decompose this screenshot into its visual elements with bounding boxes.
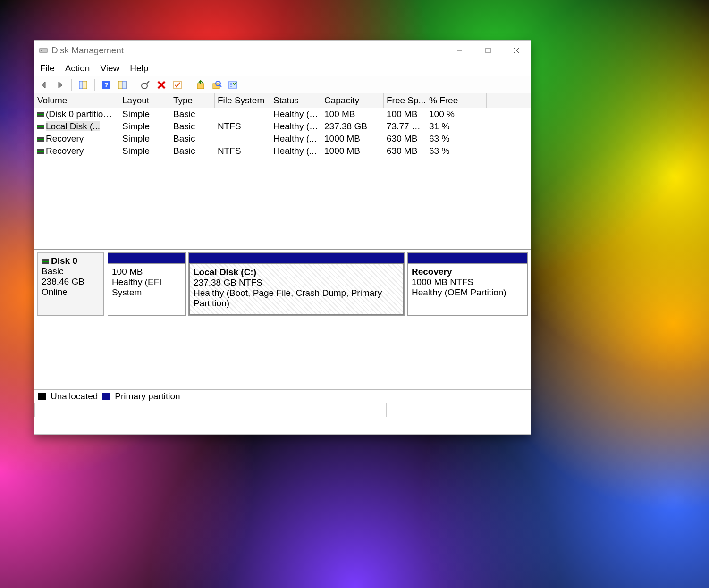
col-layout[interactable]: Layout [119,93,170,108]
menubar: File Action View Help [34,60,531,76]
disk-empty-area [34,319,531,389]
legend-label-unallocated: Unallocated [51,391,98,402]
disk-management-icon [39,46,48,55]
col-capacity[interactable]: Capacity [321,93,384,108]
titlebar[interactable]: Disk Management [34,41,531,60]
disk-management-window: Disk Management File Action View Help ? [34,40,531,435]
search-icon[interactable] [210,78,223,92]
volume-list-header[interactable]: Volume Layout Type File System Status Ca… [34,93,531,108]
window-title: Disk Management [51,45,446,56]
statusbar [34,403,531,417]
menu-help[interactable]: Help [130,63,148,74]
svg-rect-11 [123,81,126,89]
legend-label-primary: Primary partition [115,391,180,402]
svg-rect-7 [79,81,82,89]
volume-name: Local Disk (... [46,121,100,131]
menu-view[interactable]: View [100,63,119,74]
volume-name: (Disk 0 partition 1) [46,109,118,119]
partition-size: 237.38 GB NTFS [194,277,399,288]
partition-size: 100 MB [112,267,181,277]
svg-text:?: ? [104,81,109,89]
window-controls [446,41,531,60]
disk-type: Basic [42,266,99,277]
volume-name: Recovery [46,146,84,156]
svg-rect-29 [37,151,44,152]
disk-info-panel[interactable]: Disk 0 Basic 238.46 GB Online [37,252,104,316]
svg-line-20 [219,85,221,87]
col-pctfree[interactable]: % Free [426,93,487,108]
svg-point-12 [142,83,147,89]
disk-graphical-view: Disk 0 Basic 238.46 GB Online 100 MB Hea… [34,249,531,389]
partition-title: Local Disk (C:) [194,267,399,277]
volume-list: Volume Layout Type File System Status Ca… [34,93,531,249]
help-icon[interactable]: ? [100,78,113,92]
minimize-button[interactable] [446,41,474,60]
properties-icon[interactable] [116,78,129,92]
partition-status: Healthy (EFI System [112,277,181,298]
partition-c[interactable]: Local Disk (C:) 237.38 GB NTFS Healthy (… [188,252,405,316]
legend-swatch-primary [102,393,110,400]
col-type[interactable]: Type [170,93,215,108]
table-row[interactable]: (Disk 0 partition 1) Simple Basic Health… [34,108,531,120]
volume-list-body[interactable]: (Disk 0 partition 1) Simple Basic Health… [34,108,531,249]
back-icon[interactable] [37,78,51,92]
statusbar-pane [34,403,386,417]
statusbar-pane [386,403,474,417]
svg-rect-1 [41,50,42,51]
show-hide-console-tree-icon[interactable] [76,78,90,92]
partition-recovery[interactable]: Recovery 1000 MB NTFS Healthy (OEM Parti… [407,252,528,316]
partition-efi[interactable]: 100 MB Healthy (EFI System [108,252,186,316]
volume-name: Recovery [46,134,84,143]
checklist-icon[interactable] [171,78,184,92]
svg-rect-3 [486,48,490,53]
svg-rect-27 [37,139,44,140]
disk-row: Disk 0 Basic 238.46 GB Online 100 MB Hea… [34,250,531,319]
table-row[interactable]: Local Disk (... Simple Basic NTFS Health… [34,120,531,133]
legend: Unallocated Primary partition [34,389,531,403]
maximize-button[interactable] [474,41,502,60]
partition-color-bar [408,253,527,263]
partition-status: Healthy (Boot, Page File, Crash Dump, Pr… [194,288,399,309]
settings-icon[interactable] [226,78,239,92]
disk-status: Online [42,287,99,297]
svg-rect-31 [42,261,49,262]
partition-color-bar [189,253,404,263]
disk-size: 238.46 GB [42,277,99,287]
delete-icon[interactable] [155,78,168,92]
partition-status: Healthy (OEM Partition) [412,287,523,298]
disk-name: Disk 0 [51,256,77,266]
svg-rect-25 [37,126,44,127]
col-status[interactable]: Status [270,93,321,108]
refresh-icon[interactable] [139,78,152,92]
col-filesystem[interactable]: File System [215,93,270,108]
svg-rect-23 [37,114,44,115]
close-button[interactable] [502,41,531,60]
statusbar-pane [474,403,531,417]
toolbar: ? [34,76,531,93]
menu-file[interactable]: File [40,63,55,74]
forward-icon[interactable] [53,78,67,92]
table-row[interactable]: Recovery Simple Basic Healthy (... 1000 … [34,133,531,145]
col-volume[interactable]: Volume [34,93,119,108]
svg-line-13 [147,81,149,84]
new-icon[interactable] [194,78,207,92]
partition-title: Recovery [412,267,523,277]
table-row[interactable]: Recovery Simple Basic NTFS Healthy (... … [34,145,531,157]
partition-color-bar [108,253,185,263]
partition-size: 1000 MB NTFS [412,277,523,287]
legend-swatch-unallocated [38,393,46,400]
menu-action[interactable]: Action [65,63,90,74]
col-freespace[interactable]: Free Sp... [384,93,426,108]
